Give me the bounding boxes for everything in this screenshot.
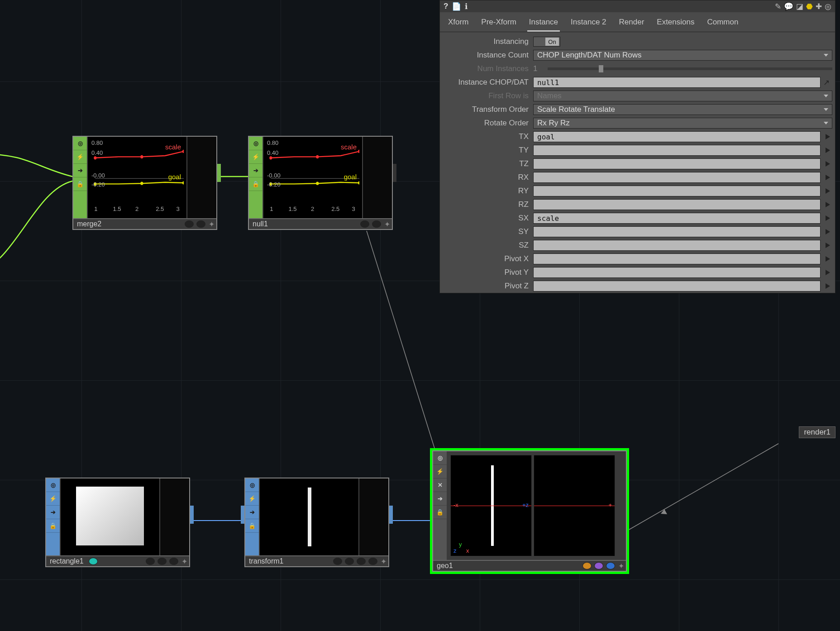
lock-icon[interactable]: 🔒 xyxy=(249,177,262,191)
help-icon[interactable]: ? xyxy=(444,2,448,11)
ry-input[interactable] xyxy=(533,186,821,196)
sx-input[interactable] xyxy=(533,213,821,224)
flag-plus-icon[interactable]: ✦ xyxy=(382,220,392,229)
pivotz-input[interactable] xyxy=(533,281,821,292)
tz-input[interactable] xyxy=(533,158,821,169)
menu-icon[interactable] xyxy=(823,282,832,291)
arrow-icon[interactable]: ➔ xyxy=(249,164,262,177)
arrow-icon[interactable]: ➔ xyxy=(433,492,447,506)
menu-icon[interactable] xyxy=(823,132,832,141)
null1-preview: scale goal 0.80 0.40 -0.00 -0.20 1 1.5 2… xyxy=(262,137,363,218)
arrow-icon[interactable]: ➔ xyxy=(245,506,259,519)
menu-icon[interactable] xyxy=(823,186,832,196)
flag[interactable] xyxy=(185,220,194,228)
menu-icon[interactable] xyxy=(823,146,832,155)
first-row-select: Names xyxy=(533,91,832,101)
node-merge2[interactable]: ◎ ⚡ ➔ 🔒 scale goal 0.80 0.40 -0.00 xyxy=(72,136,217,230)
flag-plus-icon[interactable]: ✦ xyxy=(616,562,626,570)
node-rectangle1[interactable]: ◎ ⚡ ➔ 🔒 rectangle1 ✦ xyxy=(45,478,190,567)
lock-icon[interactable]: 🔒 xyxy=(433,506,447,519)
bypass-icon[interactable]: ⚡ xyxy=(46,492,60,506)
out-connector[interactable] xyxy=(393,164,396,182)
arrow-icon[interactable]: ➔ xyxy=(46,506,60,519)
tab-prexform[interactable]: Pre-Xform xyxy=(479,15,518,32)
tab-extensions[interactable]: Extensions xyxy=(655,15,696,32)
menu-icon[interactable] xyxy=(823,214,832,223)
instancing-toggle[interactable]: On xyxy=(533,37,560,47)
comment-icon[interactable]: 💬 xyxy=(784,2,793,11)
pivoty-input[interactable] xyxy=(533,267,821,278)
menu-icon[interactable] xyxy=(823,268,832,277)
python-icon[interactable]: ⬣ xyxy=(806,2,813,11)
viewer-icon[interactable]: ◎ xyxy=(245,478,259,492)
flag[interactable] xyxy=(360,220,369,228)
flag[interactable] xyxy=(196,220,205,228)
menu-icon[interactable] xyxy=(823,159,832,168)
transform1-preview xyxy=(259,478,359,555)
menu-icon[interactable] xyxy=(823,227,832,236)
rotate-order-select[interactable]: Rx Ry Rz xyxy=(533,118,832,129)
display-flag[interactable] xyxy=(89,558,98,565)
sy-label: SY xyxy=(443,227,533,236)
xform-order-select[interactable]: Scale Rotate Translate xyxy=(533,104,832,115)
tab-xform[interactable]: Xform xyxy=(446,15,470,32)
display-flag[interactable] xyxy=(594,562,603,569)
out-connector[interactable] xyxy=(389,506,393,524)
tab-common[interactable]: Common xyxy=(705,15,740,32)
tz-label: TZ xyxy=(443,159,533,168)
menu-icon[interactable] xyxy=(823,241,832,250)
in-connector[interactable] xyxy=(241,506,244,524)
flag[interactable] xyxy=(372,220,381,228)
node-transform1[interactable]: ◎ ⚡ ➔ 🔒 transform1 ✦ xyxy=(244,478,389,567)
rz-input[interactable] xyxy=(533,199,821,210)
instance-count-select[interactable]: CHOP Length/DAT Num Rows xyxy=(533,50,832,61)
sy-input[interactable] xyxy=(533,226,821,237)
menu-icon[interactable] xyxy=(823,200,832,209)
ty-input[interactable] xyxy=(533,145,821,156)
pickable-flag[interactable] xyxy=(606,562,615,569)
pivotx-input[interactable] xyxy=(533,253,821,264)
menu-icon[interactable] xyxy=(823,254,832,263)
close-icon[interactable]: ✕ xyxy=(433,478,447,492)
chan-goal-label: goal xyxy=(344,173,357,181)
viewer-icon[interactable]: ◎ xyxy=(46,478,60,492)
viewer-icon[interactable]: ◎ xyxy=(73,137,87,150)
bypass-icon[interactable]: ⚡ xyxy=(245,492,259,506)
tab-instance2[interactable]: Instance 2 xyxy=(569,15,608,32)
viewer-icon[interactable]: ◎ xyxy=(433,451,447,465)
arrow-icon[interactable]: ➔ xyxy=(73,164,87,177)
xform-order-label: Transform Order xyxy=(443,105,533,114)
bypass-icon[interactable]: ⚡ xyxy=(73,150,87,164)
flag-plus-icon[interactable]: ✦ xyxy=(379,557,388,566)
rotate-order-label: Rotate Order xyxy=(443,119,533,128)
chan-scale-label: scale xyxy=(165,143,181,151)
flag-plus-icon[interactable]: ✦ xyxy=(180,557,189,566)
lock-icon[interactable]: 🔒 xyxy=(73,177,87,191)
node-render1-label[interactable]: render1 xyxy=(799,426,835,438)
sz-input[interactable] xyxy=(533,240,821,251)
lock-icon[interactable]: 🔒 xyxy=(245,519,259,533)
info-icon[interactable]: ℹ xyxy=(465,2,468,11)
tab-render[interactable]: Render xyxy=(617,15,646,32)
out-connector[interactable] xyxy=(190,506,194,524)
tab-instance[interactable]: Instance xyxy=(527,15,560,32)
render-flag[interactable] xyxy=(582,562,592,569)
instance-chop-input[interactable] xyxy=(533,77,821,88)
menu-icon[interactable] xyxy=(823,173,832,182)
rx-input[interactable] xyxy=(533,172,821,183)
lock-icon[interactable]: 🔒 xyxy=(46,519,60,533)
flag-plus-icon[interactable]: ✦ xyxy=(207,220,216,229)
edit-icon[interactable]: ✎ xyxy=(775,2,781,11)
tx-input[interactable] xyxy=(533,131,821,142)
gear-icon[interactable]: ◎ xyxy=(825,2,831,11)
jump-icon[interactable]: ↗ xyxy=(823,78,832,87)
node-null1[interactable]: ◎ ⚡ ➔ 🔒 scale goal 0.80 0.40 -0.00 xyxy=(248,136,393,230)
info2-icon[interactable]: ◪ xyxy=(796,2,803,11)
node-geo1[interactable]: ◎ ⚡ ✕ ➔ 🔒 -x +z y z x + geo1 xyxy=(432,450,627,572)
script-icon[interactable]: 📄 xyxy=(452,2,461,11)
bypass-icon[interactable]: ⚡ xyxy=(433,465,447,478)
out-connector[interactable] xyxy=(217,164,221,182)
plus-icon[interactable]: ✚ xyxy=(816,2,822,11)
bypass-icon[interactable]: ⚡ xyxy=(249,150,262,164)
viewer-icon[interactable]: ◎ xyxy=(249,137,262,150)
